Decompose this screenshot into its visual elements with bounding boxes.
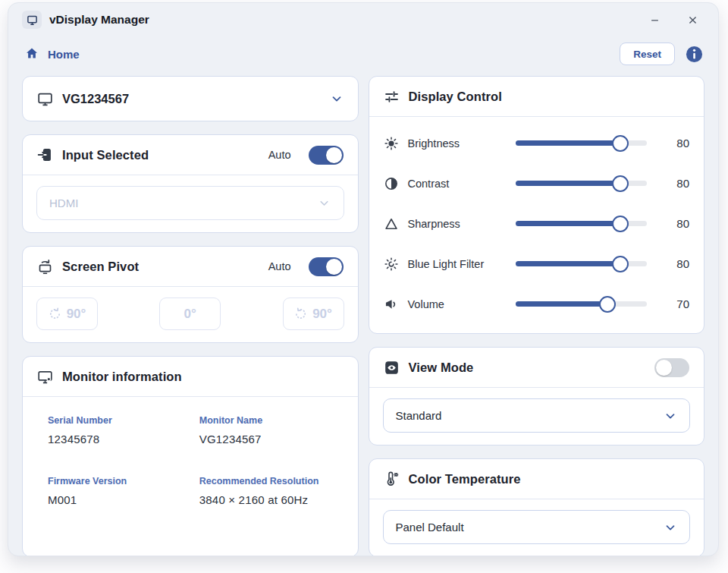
rotate-cw-icon — [294, 307, 307, 320]
display-control-header: Display Control — [369, 77, 704, 117]
info-field-serial-number: Serial Number 12345678 — [48, 415, 192, 445]
slider-label: Brightness — [408, 137, 516, 150]
slider-thumb[interactable] — [612, 216, 629, 232]
monitor-information-title: Monitor information — [62, 370, 182, 384]
input-auto-label: Auto — [268, 149, 291, 161]
screen-pivot-title: Screen Pivot — [62, 260, 139, 274]
home-icon — [25, 46, 41, 62]
input-source-value: HDMI — [49, 197, 318, 209]
rotate-ccw-icon — [49, 307, 61, 320]
view-mode-toggle[interactable] — [654, 358, 689, 377]
brightness-icon — [384, 136, 399, 151]
monitor-selector[interactable]: VG1234567 — [22, 76, 359, 121]
slider-label: Blue Light Filter — [408, 258, 516, 270]
color-temperature-header: Color Temperature — [369, 459, 704, 499]
input-selected-header: Input Selected Auto — [23, 135, 358, 175]
monitor-information-panel: Monitor information Serial Number 123456… — [22, 356, 359, 556]
screen-pivot-icon — [37, 259, 53, 275]
view-mode-icon — [384, 360, 400, 376]
chevron-down-icon — [330, 92, 344, 105]
sharpness-icon — [384, 216, 399, 231]
color-temperature-body: Panel Default — [369, 499, 704, 556]
home-label: Home — [48, 48, 80, 61]
chevron-down-icon — [318, 197, 331, 210]
input-source-icon — [37, 147, 53, 163]
slider-thumb[interactable] — [599, 296, 616, 313]
main-content: VG1234567 Input Selected Auto — [8, 68, 718, 556]
slider-row-blue-light-filter: Blue Light Filter 80 — [384, 244, 690, 284]
info-field-label: Serial Number — [48, 415, 192, 426]
slider-label: Contrast — [408, 178, 516, 190]
color-temperature-value: Panel Default — [396, 521, 664, 534]
rotate-ccw-90-button[interactable]: 90° — [36, 298, 98, 330]
screen-pivot-body: 90° 0° 90° — [23, 287, 358, 342]
volume-icon — [384, 297, 399, 312]
slider-thumb[interactable] — [612, 135, 629, 152]
screen-pivot-panel: Screen Pivot Auto 90° 0° — [22, 246, 359, 343]
monitor-info-icon — [37, 369, 53, 385]
info-field-value: 3840 × 2160 at 60Hz — [199, 493, 344, 506]
info-field-value: 12345678 — [48, 433, 192, 445]
slider-thumb[interactable] — [612, 256, 629, 272]
view-mode-panel: View Mode Standard — [369, 347, 705, 445]
blue-light-filter-icon — [384, 257, 399, 272]
color-temperature-select[interactable]: Panel Default — [383, 510, 691, 544]
rotate-cw-90-button[interactable]: 90° — [283, 298, 344, 330]
color-temperature-icon — [384, 471, 400, 487]
sliders-icon — [384, 89, 400, 105]
chevron-down-icon — [664, 409, 677, 423]
info-field-value: VG1234567 — [199, 433, 344, 445]
toolbar: Home Reset — [8, 39, 718, 68]
display-control-body: Brightness 80 Contrast — [369, 117, 704, 333]
slider-value: 80 — [667, 217, 689, 230]
view-mode-select[interactable]: Standard — [383, 398, 691, 433]
blue-light-filter-slider[interactable] — [516, 255, 648, 273]
info-field-monitor-name: Monitor Name VG1234567 — [199, 415, 344, 445]
info-field-recommended-resolution: Recommended Resolution 3840 × 2160 at 60… — [199, 476, 344, 506]
info-field-firmware-version: Firmware Version M001 — [48, 476, 192, 506]
monitor-icon — [37, 91, 53, 107]
app-window: vDisplay Manager Home Reset — [8, 2, 719, 556]
display-control-title: Display Control — [409, 90, 502, 104]
contrast-icon — [384, 176, 399, 191]
reset-button[interactable]: Reset — [620, 43, 675, 65]
rotate-0-button[interactable]: 0° — [159, 298, 221, 330]
close-button[interactable] — [682, 9, 703, 30]
slider-row-brightness: Brightness 80 — [384, 123, 690, 163]
slider-label: Volume — [408, 298, 516, 310]
input-auto-toggle[interactable] — [309, 146, 344, 165]
brightness-slider[interactable] — [516, 134, 648, 153]
input-selected-body: HDMI — [23, 175, 358, 232]
info-field-label: Recommended Resolution — [199, 476, 344, 486]
info-field-value: M001 — [48, 493, 192, 506]
slider-thumb[interactable] — [612, 175, 629, 192]
slider-value: 80 — [667, 177, 689, 190]
pivot-auto-label: Auto — [268, 260, 291, 272]
input-selected-title: Input Selected — [62, 148, 149, 162]
slider-value: 80 — [667, 137, 689, 150]
monitor-information-header: Monitor information — [23, 357, 358, 397]
info-icon[interactable] — [686, 46, 703, 63]
contrast-slider[interactable] — [516, 175, 648, 193]
monitor-selector-value: VG1234567 — [62, 92, 321, 106]
color-temperature-title: Color Temperature — [409, 472, 521, 486]
pivot-auto-toggle[interactable] — [309, 257, 344, 276]
color-temperature-panel: Color Temperature Panel Default — [369, 458, 705, 556]
titlebar: vDisplay Manager — [8, 3, 718, 36]
screen-pivot-header: Screen Pivot Auto — [23, 247, 358, 287]
minimize-button[interactable] — [644, 9, 665, 30]
app-monitor-icon — [22, 11, 42, 29]
view-mode-header: View Mode — [369, 348, 704, 388]
view-mode-title: View Mode — [409, 360, 474, 375]
info-field-label: Monitor Name — [199, 415, 344, 426]
input-selected-panel: Input Selected Auto HDMI — [22, 134, 359, 233]
view-mode-body: Standard — [369, 388, 704, 445]
display-control-panel: Display Control Brightness 80 — [369, 76, 705, 334]
volume-slider[interactable] — [516, 295, 648, 313]
info-field-label: Firmware Version — [48, 476, 192, 486]
home-link[interactable]: Home — [25, 46, 80, 62]
slider-row-sharpness: Sharpness 80 — [384, 203, 690, 244]
slider-row-volume: Volume 70 — [384, 284, 690, 324]
sharpness-slider[interactable] — [516, 215, 648, 233]
input-source-select[interactable]: HDMI — [36, 186, 344, 220]
